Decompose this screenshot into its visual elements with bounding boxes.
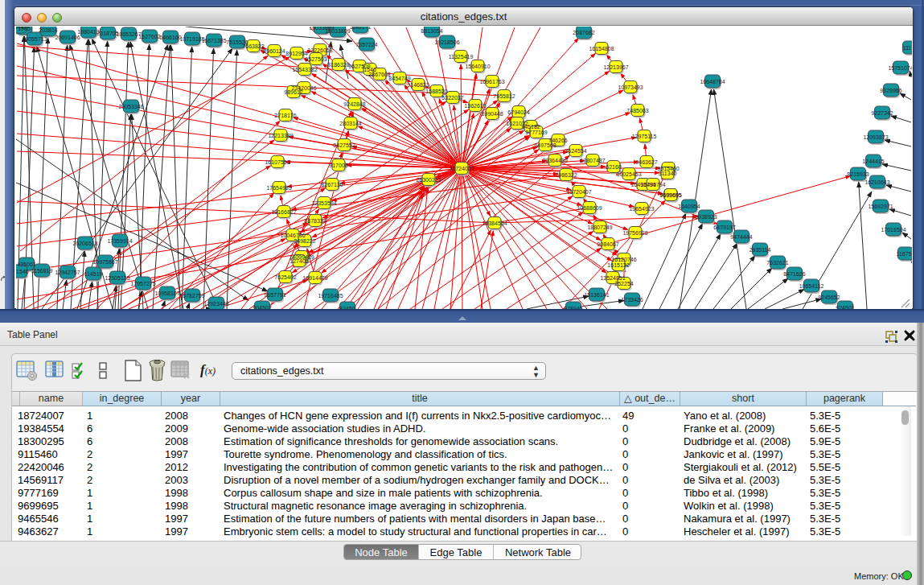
svg-text:10025453: 10025453 xyxy=(616,171,641,177)
svg-text:6466160: 6466160 xyxy=(159,35,181,40)
svg-text:9463627: 9463627 xyxy=(635,159,657,165)
svg-text:11325419: 11325419 xyxy=(449,54,474,60)
svg-text:989612: 989612 xyxy=(284,89,302,95)
svg-text:15640910: 15640910 xyxy=(465,64,490,69)
svg-text:16120746: 16120746 xyxy=(611,257,636,262)
svg-text:6794024: 6794024 xyxy=(507,109,529,115)
svg-text:16107553: 16107553 xyxy=(265,159,290,165)
svg-text:9657791: 9657791 xyxy=(264,292,285,298)
svg-text:114519: 114519 xyxy=(84,271,103,277)
svg-text:19441: 19441 xyxy=(16,27,27,30)
svg-text:11175: 11175 xyxy=(903,45,912,51)
svg-text:1156819: 1156819 xyxy=(31,268,53,274)
svg-text:8454749: 8454749 xyxy=(388,76,410,81)
svg-text:2867608: 2867608 xyxy=(368,72,390,77)
svg-text:15751074: 15751074 xyxy=(888,65,912,71)
svg-text:8215933: 8215933 xyxy=(847,171,869,177)
svg-text:18807249: 18807249 xyxy=(587,225,612,230)
svg-text:19166827: 19166827 xyxy=(271,209,296,215)
svg-text:12213389: 12213389 xyxy=(268,133,293,138)
svg-text:127405: 127405 xyxy=(290,258,308,264)
svg-text:746266: 746266 xyxy=(548,138,567,143)
svg-text:2087682: 2087682 xyxy=(573,30,594,35)
svg-text:20364436: 20364436 xyxy=(542,158,567,163)
svg-text:917006: 917006 xyxy=(329,163,347,168)
svg-text:7485063: 7485063 xyxy=(626,108,648,113)
svg-text:8813054: 8813054 xyxy=(421,28,442,34)
svg-text:1733426: 1733426 xyxy=(621,297,643,303)
svg-text:29053346: 29053346 xyxy=(118,104,143,109)
svg-text:203814: 203814 xyxy=(39,27,57,33)
svg-text:6479197: 6479197 xyxy=(713,225,735,230)
svg-text:2803144: 2803144 xyxy=(339,121,361,126)
svg-text:15720407: 15720407 xyxy=(566,189,591,195)
svg-text:2935114: 2935114 xyxy=(749,247,771,253)
svg-text:19055713: 19055713 xyxy=(22,36,47,42)
svg-text:12975115: 12975115 xyxy=(632,134,657,139)
svg-text:1640954: 1640954 xyxy=(678,204,700,209)
svg-text:9527503: 9527503 xyxy=(305,56,326,62)
svg-text:9146821: 9146821 xyxy=(407,82,429,88)
svg-text:8186328: 8186328 xyxy=(327,62,349,68)
svg-text:12353594: 12353594 xyxy=(311,200,336,206)
svg-text:7986322: 7986322 xyxy=(555,172,577,178)
svg-text:945182: 945182 xyxy=(521,124,540,130)
svg-text:435061: 435061 xyxy=(17,262,35,267)
svg-text:9329966: 9329966 xyxy=(880,88,901,93)
svg-text:16914479: 16914479 xyxy=(302,275,327,281)
svg-text:8427552: 8427552 xyxy=(333,142,355,148)
svg-text:7632621: 7632621 xyxy=(766,260,788,266)
svg-text:17359914: 17359914 xyxy=(107,238,132,244)
svg-text:10046736: 10046736 xyxy=(280,233,305,238)
svg-text:8960124: 8960124 xyxy=(263,48,285,54)
svg-text:3624554: 3624554 xyxy=(565,148,586,154)
svg-text:62160: 62160 xyxy=(606,164,622,170)
svg-text:19654923: 19654923 xyxy=(629,206,654,212)
svg-text:8878334: 8878334 xyxy=(304,218,326,224)
svg-text:28300215: 28300215 xyxy=(416,177,441,183)
svg-text:19218506: 19218506 xyxy=(434,39,459,45)
svg-text:12942757: 12942757 xyxy=(55,270,80,275)
svg-text:12093873: 12093873 xyxy=(863,134,888,140)
svg-text:8938923: 8938923 xyxy=(695,214,717,220)
svg-text:16033809: 16033809 xyxy=(325,28,350,34)
svg-text:1362615: 1362615 xyxy=(464,103,486,109)
svg-text:7625402: 7625402 xyxy=(274,274,296,280)
svg-text:8267130: 8267130 xyxy=(321,182,343,187)
svg-text:13226058: 13226058 xyxy=(307,47,332,53)
svg-text:10688609: 10688609 xyxy=(577,205,602,211)
svg-text:9699695: 9699695 xyxy=(659,192,681,198)
svg-text:15692971: 15692971 xyxy=(868,204,893,209)
svg-text:10973493: 10973493 xyxy=(618,84,643,90)
svg-text:9245652: 9245652 xyxy=(818,295,840,300)
svg-text:12213967: 12213967 xyxy=(603,64,628,70)
svg-text:1186171: 1186171 xyxy=(350,27,372,30)
svg-text:16782759: 16782759 xyxy=(179,293,204,299)
svg-text:12923448: 12923448 xyxy=(203,301,228,307)
svg-text:6497568: 6497568 xyxy=(534,142,556,148)
svg-text:7955812: 7955812 xyxy=(493,93,515,99)
svg-text:7357224: 7357224 xyxy=(355,42,377,47)
svg-text:8471626: 8471626 xyxy=(783,271,805,277)
svg-text:10807487: 10807487 xyxy=(580,158,605,163)
svg-text:9084067: 9084067 xyxy=(597,241,618,247)
svg-text:19716485: 19716485 xyxy=(318,293,343,299)
svg-text:3498222: 3498222 xyxy=(294,238,315,244)
svg-text:311340: 311340 xyxy=(659,171,677,176)
svg-text:17016504: 17016504 xyxy=(881,227,906,233)
svg-text:16961763: 16961763 xyxy=(479,79,504,84)
svg-text:791546: 791546 xyxy=(16,269,29,274)
svg-text:16671385: 16671385 xyxy=(201,38,226,43)
svg-text:10975867: 10975867 xyxy=(92,259,117,265)
svg-text:16543382: 16543382 xyxy=(292,67,317,72)
svg-text:16210643: 16210643 xyxy=(864,179,889,185)
svg-text:9242848: 9242848 xyxy=(343,101,365,107)
svg-text:1527602: 1527602 xyxy=(138,34,160,39)
svg-text:2718176: 2718176 xyxy=(274,113,296,118)
svg-text:9227342: 9227342 xyxy=(871,110,893,116)
svg-text:8912954: 8912954 xyxy=(285,51,307,56)
svg-text:8990448: 8990448 xyxy=(481,111,503,117)
svg-text:10653267: 10653267 xyxy=(116,31,141,37)
svg-text:252254: 252254 xyxy=(614,281,633,286)
svg-text:13524851: 13524851 xyxy=(600,275,625,281)
